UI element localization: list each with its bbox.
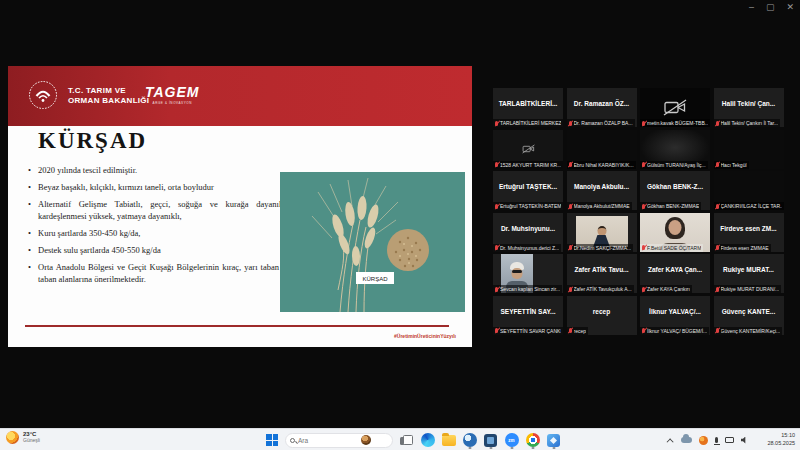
display-cast-icon[interactable] (725, 437, 734, 443)
participant-tile[interactable]: ÇANKIRI/ILGAZ İLÇE TAR... (714, 171, 784, 210)
taskbar-search[interactable] (285, 433, 393, 448)
taskbar-app-zoom[interactable]: zm (504, 431, 519, 449)
slide-hashtag: #ÜretiminÜreticininYüzyılı (394, 333, 456, 339)
participant-tile[interactable]: 1528 AKYURT TARIM KR... (493, 130, 563, 169)
participant-tile[interactable]: Hacı Tekgül (714, 130, 784, 169)
participant-label-bar: recep (567, 327, 589, 335)
participant-name: recep (567, 296, 637, 327)
participant-label: Güvenç KANTEMİR/Keçi... (721, 328, 781, 334)
participant-label: Dr. Ramazan ÖZALP BA... (574, 120, 633, 126)
muted-mic-icon (569, 204, 572, 209)
participant-label-bar: Halil Tekin/ Çankırı İl Tar... (714, 119, 781, 127)
microphone-icon[interactable] (715, 437, 718, 443)
participant-label: Sevcan kaplan Sincan zir... (500, 286, 560, 292)
clock-date: 28.05.2025 (767, 440, 795, 448)
tray-app-icon[interactable] (699, 436, 708, 445)
search-input[interactable] (298, 437, 358, 444)
participant-tile[interactable]: recep recep (567, 296, 637, 335)
taskbar-clock[interactable]: 15:10 28.05.2025 (767, 432, 795, 448)
participant-label: Gülsüm TURAN/Ayaş İlç... (647, 162, 706, 168)
participant-tile[interactable]: Ebru Nihal KARABIYIK/K... (567, 130, 637, 169)
participant-tile[interactable]: Dr.Nedim SAKÇI-ZMMA... (567, 213, 637, 252)
person-figure (512, 270, 522, 273)
edge-icon (421, 433, 435, 447)
taskbar-app-outlook[interactable] (483, 431, 498, 449)
muted-mic-icon (642, 245, 645, 250)
participant-tile[interactable]: İlknur YALVAÇ/... İlknur YALVAÇ/ BÜGEM/İ… (640, 296, 710, 335)
muted-mic-icon (495, 121, 498, 126)
ministry-logo-icon (28, 80, 58, 114)
participant-label: ÇANKIRI/ILGAZ İLÇE TAR... (721, 203, 782, 209)
participant-label-bar: ÇANKIRI/ILGAZ İLÇE TAR... (714, 202, 784, 210)
taskbar-app-photos[interactable] (546, 431, 561, 449)
system-tray (669, 429, 748, 450)
participant-tile[interactable]: Dr. Ramazan ÖZ... Dr. Ramazan ÖZALP BA..… (567, 88, 637, 127)
participant-name: Halil Tekin/ Çan... (714, 88, 784, 119)
participant-name: Dr. Muhsinyunu... (493, 213, 563, 244)
taskbar-app-phone-link[interactable] (462, 431, 477, 449)
participant-tile[interactable]: Zafer ATİK Tavu... Zafer ATİK Tavukçuluk… (567, 254, 637, 293)
participant-label: recep (574, 328, 587, 334)
participant-label-bar: Güvenç KANTEMİR/Keçi... (714, 327, 783, 335)
participant-tile[interactable]: Dr. Muhsinyunu... Dr. Muhsinyunus.derici… (493, 213, 563, 252)
participant-label: F.Betül SADE ÖÇ/TARM (647, 245, 701, 251)
maximize-button[interactable]: ▢ (766, 2, 775, 12)
muted-mic-icon (716, 121, 719, 126)
wheat-photo: KÜRŞAD (280, 172, 465, 312)
bullet-item: Alternatif Gelişme Tabiatlı, geçci, soğu… (28, 198, 290, 222)
participant-tile[interactable]: TARLABİTKİLERİ... TARLABİTKİLERİ MERKEZ.… (493, 88, 563, 127)
outlook-icon (484, 434, 497, 447)
participant-tile[interactable]: Rukiye MURAT... Rukiye MURAT DURAN/... (714, 254, 784, 293)
participant-tile[interactable]: Halil Tekin/ Çan... Halil Tekin/ Çankırı… (714, 88, 784, 127)
close-button[interactable]: ✕ (786, 2, 794, 12)
tray-overflow-chevron-icon[interactable] (667, 438, 674, 445)
participant-tile[interactable]: Güvenç KANTE... Güvenç KANTEMİR/Keçi... (714, 296, 784, 335)
start-button[interactable] (266, 434, 278, 446)
participant-tile[interactable]: Zafer KAYA Çan... Zafer KAYA Çankırı (640, 254, 710, 293)
onedrive-cloud-icon[interactable] (681, 437, 692, 443)
participant-tile[interactable]: metin.kavak BÜGEM-TBB... (640, 88, 710, 127)
presentation-slide: T.C. TARIM VE ORMAN BAKANLIĞI TAGEM ARGE… (8, 66, 472, 347)
participant-name: Gökhan BENK-Z... (640, 171, 710, 202)
participant-label-bar: Ebru Nihal KARABIYIK/K... (567, 161, 636, 169)
taskbar-app-file-explorer[interactable] (441, 431, 456, 449)
task-view-button[interactable] (400, 435, 411, 445)
taskbar-app-chrome[interactable] (525, 431, 540, 449)
participant-label: Manolya Akbulut/ZMMAE (574, 203, 630, 209)
participant-label: Ebru Nihal KARABIYIK/K... (574, 162, 634, 168)
tagem-logo: TAGEM ARGE & İNOVASYON (145, 84, 200, 105)
taskbar-app-edge[interactable] (420, 431, 435, 449)
participant-label-bar: SEYFETTİN SAVAR ÇANKI... (493, 327, 563, 335)
speaker-icon[interactable] (741, 437, 748, 444)
minimize-button[interactable]: – (749, 2, 754, 12)
participant-label-bar: Dr. Ramazan ÖZALP BA... (567, 119, 635, 127)
muted-mic-icon (642, 204, 645, 209)
participant-label-bar: Firdevs esen ZMMAE (714, 244, 771, 252)
participant-tile[interactable]: SEYFETTİN SAY... SEYFETTİN SAVAR ÇANKI..… (493, 296, 563, 335)
participant-label-bar: Gülsüm TURAN/Ayaş İlç... (640, 161, 708, 169)
folder-icon (442, 435, 456, 446)
participant-tile-active-speaker[interactable]: F.Betül SADE ÖÇ/TARM (640, 213, 710, 252)
participant-tile[interactable]: Gökhan BENK-Z... Gökhan BENK-ZMMAE (640, 171, 710, 210)
participant-tile[interactable]: Firdevs esen ZM... Firdevs esen ZMMAE (714, 213, 784, 252)
participant-label: Halil Tekin/ Çankırı İl Tar... (721, 120, 779, 126)
participant-tile[interactable]: Manolya Akbulu... Manolya Akbulut/ZMMAE (567, 171, 637, 210)
participant-name: Rukiye MURAT... (714, 254, 784, 285)
participant-tile[interactable]: Gülsüm TURAN/Ayaş İlç... (640, 130, 710, 169)
slide-header-band: T.C. TARIM VE ORMAN BAKANLIĞI TAGEM ARGE… (8, 66, 472, 126)
bullet-item: Orta Anadolu Bölgesi ve Geçit Kuşağı Böl… (28, 261, 290, 285)
slide-title: KÜRŞAD (38, 128, 147, 154)
participant-name: Manolya Akbulu... (567, 171, 637, 202)
muted-mic-icon (569, 245, 572, 250)
muted-mic-icon (569, 162, 572, 167)
participant-tile[interactable]: Sevcan kaplan Sincan zir... (493, 254, 563, 293)
participant-tile[interactable]: Ertuğrul TAŞTEK... Ertuğrul TAŞTEKİN-BAT… (493, 171, 563, 210)
participant-video (576, 216, 628, 247)
weather-widget[interactable]: 23°C Güneşli (6, 431, 40, 444)
participant-label-bar: Ertuğrul TAŞTEKİN-BATEM (493, 202, 563, 210)
clock-time: 15:10 (767, 432, 795, 440)
muted-mic-icon (642, 121, 645, 126)
participant-label-bar: Dr.Nedim SAKÇI-ZMMA... (567, 244, 634, 252)
phone-link-icon (463, 433, 477, 447)
slide-bullet-list: 2020 yılında tescil edilmiştir. Beyaz ba… (28, 164, 290, 290)
